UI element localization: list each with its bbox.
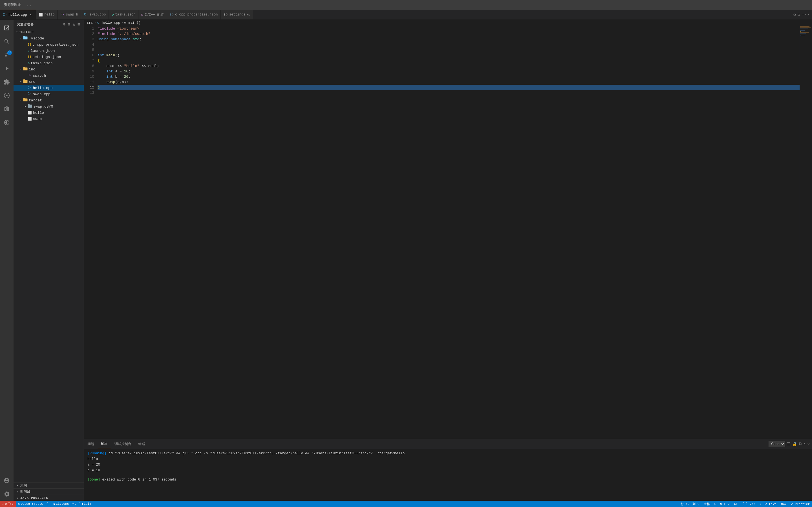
breadcrumb-sep1: › <box>94 21 96 25</box>
status-item-line-col[interactable]: 行 12，列 2 <box>678 501 702 507</box>
status-item-gitlens[interactable]: ◑ GitLens Pro (Trial) <box>51 501 94 507</box>
new-folder-icon[interactable]: ⊞ <box>68 22 70 27</box>
tree-src-folder[interactable]: ▾ src <box>13 78 84 85</box>
code-line-5 <box>98 47 800 53</box>
timeline-section[interactable]: ▸ 时间线 <box>13 489 84 495</box>
tab-close-hello-cpp[interactable]: ✕ <box>28 13 33 17</box>
tree-root[interactable]: ▾ TESTC++ <box>13 29 84 35</box>
status-item-encoding[interactable]: UTF-8 <box>718 501 732 507</box>
split-editor-icon[interactable]: ⊟ <box>798 12 800 17</box>
title-overflow[interactable]: ... <box>22 3 33 8</box>
tree-swap-h[interactable]: H· swap.h <box>13 72 84 78</box>
tree-target-folder[interactable]: ▾ target <box>13 97 84 103</box>
panel-maximize-icon[interactable]: ∧ <box>803 442 806 446</box>
encoding-label: UTF-8 <box>720 502 729 506</box>
panel-tab-debug-console[interactable]: 调试控制台 <box>111 439 135 449</box>
tab-label-hello-cpp: hello.cpp <box>9 13 27 17</box>
line-col-label: 行 12，列 2 <box>680 502 699 506</box>
activity-icon-source-control[interactable]: 28 <box>0 48 13 62</box>
status-item-golive[interactable]: ⚡ Go Live <box>758 501 779 507</box>
lang-label: { } C++ <box>742 502 755 506</box>
code-content[interactable]: #include <iostream> #include "../inc/swa… <box>96 26 800 439</box>
tab-settings[interactable]: {} settings ▶⊔ <box>221 10 253 20</box>
ln-3: 3 <box>86 37 94 42</box>
activity-icon-search[interactable] <box>0 35 13 48</box>
code-line-11: swap(a,b); <box>98 79 800 85</box>
tree-vscode-folder[interactable]: ▾ .vscode <box>13 35 84 41</box>
status-item-eol[interactable]: LF <box>732 501 740 507</box>
tree-tasks-json[interactable]: ⚙ tasks.json <box>13 60 84 66</box>
tab-hello-cpp[interactable]: C· hello.cpp ✕ <box>0 10 36 20</box>
tree-swap-cpp[interactable]: C· swap.cpp <box>13 91 84 97</box>
outline-section[interactable]: ▸ 大纲 <box>13 482 84 489</box>
activity-icon-remote[interactable] <box>0 89 13 102</box>
refresh-icon[interactable]: ↻ <box>73 22 75 27</box>
tab-swap-cpp[interactable]: C· swap.cpp <box>81 10 109 20</box>
tab-ccpp[interactable]: ⊞ C/C++ 配置 <box>139 10 167 20</box>
c-cpp-props-icon: {} <box>28 43 31 46</box>
swap-bin-label: swap <box>33 117 42 121</box>
panel-tab-problems[interactable]: 问题 <box>84 439 98 449</box>
java-projects-section[interactable]: ▸ JAVA PROJECTS <box>13 495 84 501</box>
panel-close-icon[interactable]: ✕ <box>808 442 810 446</box>
status-item-prettier[interactable]: ✓ Prettier <box>789 501 812 507</box>
timeline-label: 时间线 <box>20 490 31 494</box>
tree-swap-dsym[interactable]: ▸ swap.dSYM <box>13 103 84 110</box>
tab-tasks-json[interactable]: ⚙ tasks.json <box>109 10 139 20</box>
output-line-done: [Done] exited with code=0 in 1.037 secon… <box>87 477 809 483</box>
tab-c-cpp-props[interactable]: {} c_cpp_properties.json <box>167 10 221 20</box>
settings-json-label: settings.json <box>33 55 61 59</box>
output-line-blank <box>87 473 809 477</box>
minimap <box>800 26 812 439</box>
activity-icon-accounts[interactable] <box>0 474 13 487</box>
sidebar-title-icons: ⊕ ⊞ ↻ ⊟ <box>63 22 80 27</box>
settings-cog-icon[interactable]: ⚙ <box>794 12 796 17</box>
tab-hello[interactable]: ⬜ hello <box>36 10 57 20</box>
activity-icon-test[interactable] <box>0 102 13 116</box>
status-item-debug[interactable]: ⊙ Debug (TestC++) <box>16 501 51 507</box>
panel-lock-icon[interactable]: 🔒 <box>792 442 797 446</box>
hello-bin-icon: ⬜ <box>28 111 32 115</box>
status-item-os[interactable]: Mac <box>779 501 789 507</box>
svg-point-1 <box>6 95 8 96</box>
tree-inc-folder[interactable]: ▾ inc <box>13 66 84 72</box>
more-actions-icon[interactable]: ··· <box>802 12 810 17</box>
root-label: TESTC++ <box>19 31 34 34</box>
title-bar: 资源管理器 ... <box>0 0 812 10</box>
panel-list-icon[interactable]: ☰ <box>787 442 791 446</box>
json3-icon: {} <box>223 13 227 17</box>
activity-icon-extensions[interactable] <box>0 75 13 89</box>
breadcrumb-file[interactable]: hello.cpp <box>102 21 120 25</box>
tree-settings-json[interactable]: {} settings.json <box>13 54 84 60</box>
code-line-7: { <box>98 58 800 63</box>
panel-tab-output[interactable]: 输出 <box>98 439 111 449</box>
activity-icon-explorer[interactable] <box>0 21 13 35</box>
status-item-errors[interactable]: ⚠ 0 ⓘ 0 <box>0 501 16 507</box>
breadcrumb-fn[interactable]: ⊞ main() <box>124 20 141 25</box>
tree-launch-json[interactable]: ⊙ launch.json <box>13 48 84 54</box>
tree-swap-bin[interactable]: ⬜ swap <box>13 116 84 122</box>
tree-hello-cpp[interactable]: C· hello.cpp <box>13 85 84 91</box>
gitlens-label: GitLens Pro (Trial) <box>56 502 91 506</box>
tab-label-swap-cpp: swap.cpp <box>89 13 106 17</box>
panel-copy-icon[interactable]: ⧉ <box>799 442 802 446</box>
spaces-label: 空格: 4 <box>704 502 716 506</box>
tab-label-c-cpp-props: c_cpp_properties.json <box>175 13 218 17</box>
status-item-lang[interactable]: { } C++ <box>740 501 757 507</box>
activity-icon-run[interactable] <box>0 62 13 75</box>
collapse-all-icon[interactable]: ⊟ <box>78 22 80 27</box>
source-control-badge: 28 <box>7 50 12 55</box>
output-source-select[interactable]: Code <box>769 441 785 447</box>
swap-h-label: swap.h <box>33 73 46 78</box>
breadcrumb-src[interactable]: src <box>87 21 93 25</box>
new-file-icon[interactable]: ⊕ <box>63 22 65 27</box>
activity-icon-settings[interactable] <box>0 487 13 501</box>
tree-c-cpp-props[interactable]: {} c_cpp_properties.json <box>13 41 84 48</box>
panel-tab-terminal[interactable]: 终端 <box>135 439 148 449</box>
tab-swap-h[interactable]: H· swap.h <box>57 10 81 20</box>
status-item-spaces[interactable]: 空格: 4 <box>702 501 718 507</box>
tree-hello-bin[interactable]: ⬜ hello <box>13 110 84 116</box>
activity-icon-gitlens[interactable] <box>0 116 13 129</box>
ln-6: 6 <box>86 53 94 58</box>
sidebar: 资源管理器 ⊕ ⊞ ↻ ⊟ ▾ TESTC++ ▾ .vsc <box>13 20 84 501</box>
